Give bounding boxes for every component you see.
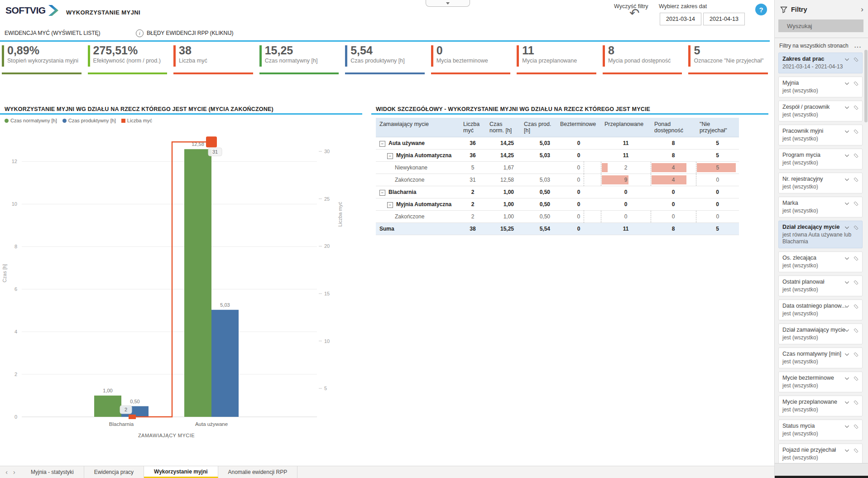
collapse-row-icon[interactable]: − (379, 190, 385, 196)
eraser-icon[interactable] (853, 153, 859, 159)
table-row[interactable]: −Myjnia Automatyczna3614,255,0301185 (376, 150, 739, 162)
tab-prev-icon[interactable]: ‹ (5, 468, 8, 476)
eraser-icon[interactable] (853, 376, 859, 381)
table-cell: 2 (460, 211, 486, 223)
subnav-ewidencja-myc[interactable]: EWIDENCJA MYĆ (WYŚWIETL LISTĘ) (5, 30, 101, 36)
filter-card[interactable]: Ostatni planowałjest (wszystko) (778, 275, 863, 296)
collapse-row-icon[interactable]: − (387, 202, 393, 208)
filter-card[interactable]: Pojazd nie przyjechałjest (wszystko) (778, 444, 863, 464)
eraser-icon[interactable] (853, 177, 859, 183)
bottom-tab[interactable]: Myjnia - statystyki (21, 466, 84, 478)
table-column-header[interactable]: "Nie przyjechał" (696, 118, 739, 137)
legend-swatch (62, 119, 67, 123)
eraser-icon[interactable] (853, 304, 859, 309)
chevron-down-icon[interactable] (844, 201, 850, 207)
filter-card[interactable]: Nr. rejestracyjnyjest (wszystko) (778, 173, 863, 193)
filter-card[interactable]: Mycie przeplanowanejest (wszystko) (778, 396, 863, 416)
subnav-bledy-ewidencji[interactable]: BŁĘDY EWIDENCJI RPP (KLIKNIJ) (147, 30, 234, 36)
table-column-header[interactable]: Bezterminowe (556, 118, 601, 137)
collapse-pane-icon[interactable]: › (861, 6, 863, 13)
pane-scrollbar-thumb[interactable] (864, 50, 868, 122)
chevron-down-icon[interactable] (844, 424, 850, 430)
chevron-down-icon[interactable] (844, 153, 850, 159)
filter-search-box[interactable] (778, 19, 863, 32)
help-icon[interactable]: ? (755, 4, 767, 15)
date-to-input[interactable] (703, 13, 745, 25)
collapse-row-icon[interactable]: − (379, 141, 385, 147)
undo-icon[interactable]: ↶ (629, 7, 640, 19)
table-row[interactable]: −Auta używane3614,255,0301185 (376, 137, 739, 150)
filter-card[interactable]: Dział zlecający myciejest równa Auta uży… (778, 221, 863, 248)
eraser-icon[interactable] (853, 448, 859, 454)
table-column-header[interactable]: Czas norm. [h] (486, 118, 520, 137)
table-column-header[interactable]: Zamawiający mycie (376, 118, 460, 137)
table-row[interactable]: Niewykonane51,670245 (376, 162, 739, 174)
chevron-down-icon[interactable] (844, 129, 850, 135)
filter-card[interactable]: Markajest (wszystko) (778, 197, 863, 217)
filter-card[interactable]: Myjniajest (wszystko) (778, 77, 863, 97)
legend-label: Liczba myć (127, 118, 152, 123)
bar-czas-normatywny[interactable] (94, 396, 121, 417)
table-row[interactable]: Zakończone21,000,500000 (376, 211, 739, 223)
eraser-icon[interactable] (853, 352, 859, 357)
chevron-down-icon[interactable] (844, 177, 850, 183)
eraser-icon[interactable] (853, 225, 859, 231)
eraser-icon[interactable] (853, 280, 859, 285)
table-column-header[interactable]: Czas prod. [h] (520, 118, 556, 137)
kpi-value: 0 (436, 44, 511, 57)
combo-chart[interactable]: 02468101251015202530Czas [h]Liczba myć1,… (0, 123, 353, 440)
chevron-down-icon[interactable] (844, 328, 850, 333)
filter-card[interactable]: Zakres dat prac2021-03-14 - 2021-04-13 (778, 53, 863, 73)
eraser-icon[interactable] (853, 256, 859, 261)
chevron-down-icon[interactable] (844, 256, 850, 261)
filter-card[interactable]: Os. zlecającajest (wszystko) (778, 251, 863, 272)
table-row[interactable]: −Blacharnia21,000,500000 (376, 186, 739, 198)
kpi-label: Stopień wykorzystania myjni (7, 58, 82, 64)
filter-card[interactable]: Czas normatywny [min]jest (wszystko) (778, 348, 863, 368)
table-total-row: Suma3815,255,5401185 (376, 223, 739, 235)
filter-card[interactable]: Pracownik myjnijest (wszystko) (778, 125, 863, 145)
filter-card[interactable]: Status myciajest (wszystko) (778, 420, 863, 440)
filter-card-condition: jest równa Auta używane lub Blacharnia (782, 232, 858, 245)
eraser-icon[interactable] (853, 201, 859, 207)
eraser-icon[interactable] (853, 105, 859, 111)
chevron-down-icon[interactable] (844, 280, 850, 285)
eraser-icon[interactable] (853, 328, 859, 333)
collapsed-card-handle[interactable] (426, 0, 470, 7)
bar-czas-produktywny[interactable] (211, 310, 239, 417)
filter-card[interactable]: Zespół / pracownikjest (wszystko) (778, 101, 863, 121)
filter-card[interactable]: Program myciajest (wszystko) (778, 149, 863, 169)
eraser-icon[interactable] (853, 424, 859, 430)
bottom-tab[interactable]: Anomalie ewidencji RPP (218, 466, 298, 478)
chevron-down-icon[interactable] (844, 225, 850, 231)
chevron-down-icon[interactable] (844, 352, 850, 357)
bottom-tab[interactable]: Wykorzystanie myjni (144, 466, 218, 478)
collapse-row-icon[interactable]: − (387, 153, 393, 159)
chevron-down-icon[interactable] (844, 81, 850, 87)
table-column-header[interactable]: Ponad dostępność (651, 118, 696, 137)
eraser-icon[interactable] (853, 57, 859, 63)
table-column-header[interactable]: Liczba myć (460, 118, 486, 137)
eraser-icon[interactable] (853, 129, 859, 135)
eraser-icon[interactable] (853, 400, 859, 406)
chevron-down-icon[interactable] (844, 448, 850, 454)
chevron-down-icon[interactable] (844, 105, 850, 111)
filter-card[interactable]: Data ostatniego planow...jest (wszystko) (778, 299, 863, 320)
more-options-icon[interactable]: ... (854, 43, 862, 49)
date-from-input[interactable] (660, 13, 701, 25)
table-row[interactable]: −Myjnia Automatyczna21,000,500000 (376, 198, 739, 211)
filter-search-input[interactable] (786, 22, 868, 30)
chevron-down-icon[interactable] (844, 400, 850, 406)
filter-card[interactable]: Mycie bezterminowejest (wszystko) (778, 372, 863, 392)
filter-card[interactable]: Dział zamawiający myciejest (wszystko) (778, 323, 863, 344)
table-column-header[interactable]: Przeplanowane (601, 118, 651, 137)
eraser-icon[interactable] (853, 81, 859, 87)
chevron-down-icon[interactable] (844, 304, 850, 309)
bottom-tab[interactable]: Ewidencja pracy (84, 466, 144, 478)
tab-next-icon[interactable]: › (13, 468, 15, 476)
chevron-down-icon[interactable] (844, 57, 850, 63)
chevron-down-icon[interactable] (844, 376, 850, 381)
table-row[interactable]: Zakończone3112,585,030940 (376, 174, 739, 186)
bar-czas-normatywny[interactable] (184, 149, 211, 417)
row-label: −Myjnia Automatyczna (376, 150, 460, 162)
